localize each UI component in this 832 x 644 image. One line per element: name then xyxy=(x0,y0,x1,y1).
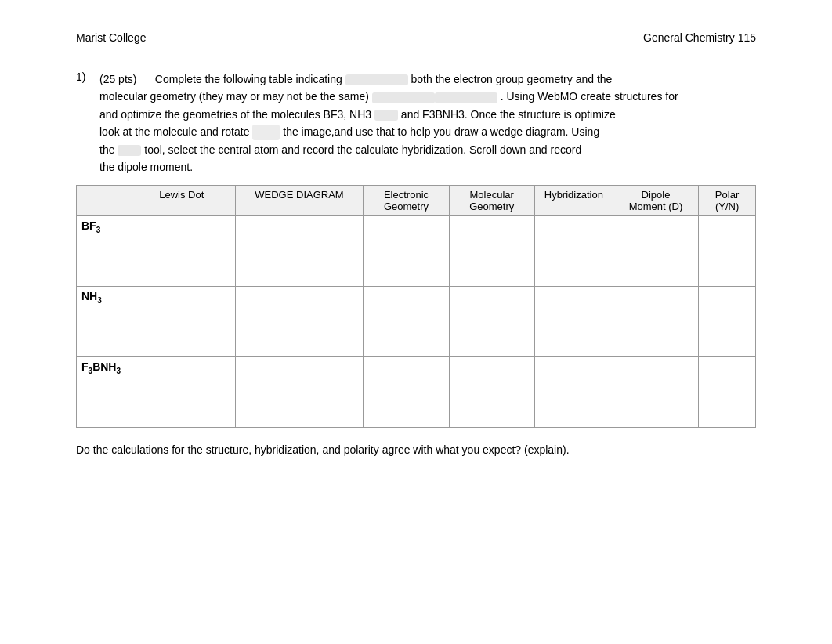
wedge-diagram-bf3 xyxy=(235,216,364,287)
header-polar: Polar (Y/N) xyxy=(699,186,756,216)
header-molecule xyxy=(77,186,128,216)
hybridization-bf3 xyxy=(534,216,613,287)
course-name: General Chemistry 115 xyxy=(643,31,756,44)
molecule-label-bf3: BF3 xyxy=(77,216,128,287)
table-row: F3BNH3 xyxy=(77,357,756,428)
molecular-geo-f3bnh3 xyxy=(449,357,534,428)
hybridization-f3bnh3 xyxy=(534,357,613,428)
college-name: Marist College xyxy=(76,31,146,44)
dipole-nh3 xyxy=(613,287,698,357)
lewis-dot-nh3 xyxy=(128,287,236,357)
molecular-geo-bf3 xyxy=(449,216,534,287)
lewis-dot-bf3 xyxy=(128,216,236,287)
molecule-label-nh3: NH3 xyxy=(77,287,128,357)
molecular-geo-nh3 xyxy=(449,287,534,357)
header-molecular-geo: Molecular Geometry xyxy=(449,186,534,216)
electronic-geo-f3bnh3 xyxy=(364,357,449,428)
electronic-geo-nh3 xyxy=(364,287,449,357)
header-electronic-geo: Electronic Geometry xyxy=(364,186,449,216)
polar-f3bnh3 xyxy=(699,357,756,428)
pts-label: (25 pts) xyxy=(99,73,136,85)
hybridization-nh3 xyxy=(534,287,613,357)
header-hybridization: Hybridization xyxy=(534,186,613,216)
question-text: (25 pts) Complete the following table in… xyxy=(99,71,678,175)
lewis-dot-f3bnh3 xyxy=(128,357,236,428)
dipole-bf3 xyxy=(613,216,698,287)
chemistry-table: Lewis Dot WEDGE DIAGRAM Electronic Geome… xyxy=(76,185,756,428)
dipole-f3bnh3 xyxy=(613,357,698,428)
header-lewis: Lewis Dot xyxy=(128,186,236,216)
electronic-geo-bf3 xyxy=(364,216,449,287)
molecule-label-f3bnh3: F3BNH3 xyxy=(77,357,128,428)
footer-question: Do the calculations for the structure, h… xyxy=(76,443,756,456)
polar-bf3 xyxy=(699,216,756,287)
polar-nh3 xyxy=(699,287,756,357)
wedge-diagram-f3bnh3 xyxy=(235,357,364,428)
wedge-diagram-nh3 xyxy=(235,287,364,357)
question-number: 1) xyxy=(76,71,99,175)
table-row: BF3 xyxy=(77,216,756,287)
header-dipole: Dipole Moment (D) xyxy=(613,186,698,216)
header-wedge: WEDGE DIAGRAM xyxy=(235,186,364,216)
table-row: NH3 xyxy=(77,287,756,357)
table-header-row: Lewis Dot WEDGE DIAGRAM Electronic Geome… xyxy=(77,186,756,216)
